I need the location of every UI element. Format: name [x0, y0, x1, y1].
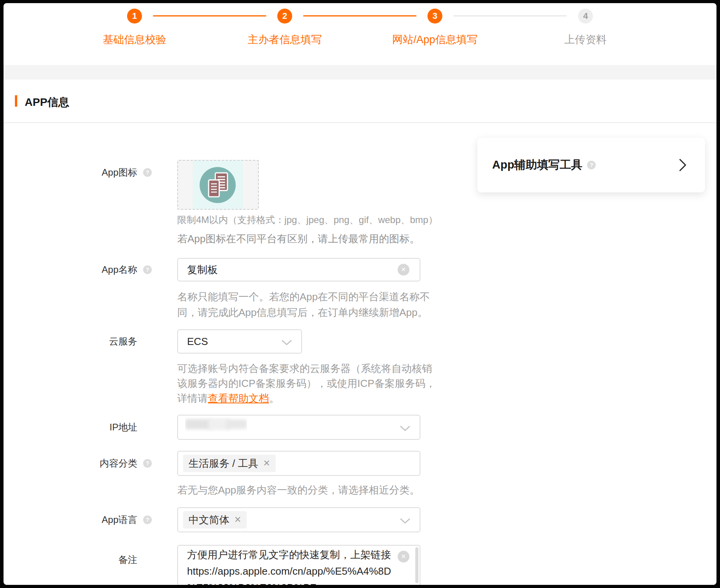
field-label-cloud-service: 云服务	[20, 336, 137, 347]
app-icon-upload[interactable]	[177, 160, 259, 210]
app-icon-preview	[193, 161, 243, 209]
step-2-label[interactable]: 主办者信息填写	[222, 33, 347, 47]
content-category-input[interactable]: 生活服务 / 工具 ✕	[177, 451, 420, 476]
step-1-label[interactable]: 基础信息校验	[72, 33, 197, 47]
upload-note-caption: 若App图标在不同平台有区别，请上传最常用的图标。	[177, 233, 420, 245]
app-name-input[interactable]: 复制板	[177, 258, 420, 281]
cloud-hint-line3: 详情请查看帮助文档。	[177, 392, 279, 404]
cloud-hint-suffix: 。	[269, 392, 279, 404]
cloud-service-select[interactable]: ECS	[177, 329, 302, 354]
field-label-app-name: App名称	[20, 264, 137, 276]
category-hint: 若无与您App服务内容一致的分类，请选择相近分类。	[177, 484, 420, 496]
step-1-circle[interactable]: 1	[127, 9, 142, 24]
app-window: 1 2 3 4 基础信息校验 主办者信息填写 网站/App信息填写 上传资料 A…	[4, 3, 716, 585]
ip-address-masked-value	[185, 417, 247, 432]
section-separator-band	[4, 65, 716, 80]
remove-tag-icon[interactable]: ✕	[234, 511, 241, 528]
app-icon-image	[200, 167, 236, 203]
remove-tag-icon[interactable]: ✕	[263, 455, 270, 472]
ip-address-select[interactable]	[177, 415, 420, 440]
step-connector-3-4	[453, 15, 567, 16]
help-icon[interactable]	[143, 459, 152, 468]
help-icon[interactable]	[587, 161, 596, 169]
step-connector-1-2	[153, 15, 266, 16]
textarea-scrollbar[interactable]	[415, 547, 418, 583]
helper-card-title: App辅助填写工具	[492, 157, 582, 173]
help-icon[interactable]	[143, 515, 152, 524]
app-name-hint-line2: 同，请完成此App信息填写后，在订单内继续新增App。	[177, 307, 428, 318]
step-3-label[interactable]: 网站/App信息填写	[372, 33, 498, 47]
app-language-select[interactable]: 中文简体 ✕	[177, 507, 420, 532]
app-helper-tool-card[interactable]: App辅助填写工具	[477, 138, 705, 192]
help-doc-link[interactable]: 查看帮助文档	[208, 392, 269, 404]
clear-icon[interactable]	[398, 551, 409, 563]
step-2-circle[interactable]: 2	[277, 9, 292, 24]
app-name-hint-line1: 名称只能填写一个。若您的App在不同的平台渠道名称不	[177, 291, 430, 303]
step-3-circle[interactable]: 3	[427, 9, 442, 24]
remark-line2: https://apps.apple.com/cn/app/%E5%A4%8D	[187, 563, 391, 579]
section-title: APP信息	[25, 95, 69, 110]
field-label-remark: 备注	[20, 554, 137, 566]
section-title-accent-bar	[15, 95, 17, 107]
chevron-right-icon	[678, 158, 687, 172]
category-tag: 生活服务 / 工具 ✕	[183, 455, 276, 472]
step-4-label: 上传资料	[523, 33, 648, 47]
cloud-hint-prefix: 详情请	[177, 392, 208, 404]
documents-icon	[200, 167, 236, 203]
chevron-down-icon	[400, 426, 410, 431]
cloud-hint-line2: 该服务器内的ICP备案服务码），或使用ICP备案服务码，	[177, 377, 436, 389]
remark-line3: %E5%88%B6%E6%9D%BF	[187, 579, 316, 585]
step-4-circle[interactable]: 4	[578, 9, 593, 24]
field-label-app-language: App语言	[20, 514, 137, 526]
category-tag-label: 生活服务 / 工具	[189, 455, 258, 472]
upload-limit-caption: 限制4M以内（支持格式：jpg、jpeg、png、gif、webp、bmp）	[177, 214, 438, 226]
chevron-down-icon	[400, 518, 410, 524]
help-icon[interactable]	[143, 168, 152, 177]
remark-line1: 方便用户进行常见文字的快速复制，上架链接	[187, 546, 391, 563]
header-divider	[4, 122, 716, 123]
chevron-down-icon	[282, 340, 292, 345]
app-name-value: 复制板	[187, 264, 218, 276]
field-label-content-category: 内容分类	[20, 457, 137, 469]
remark-textarea[interactable]: 方便用户进行常见文字的快速复制，上架链接 https://apps.apple.…	[177, 545, 420, 585]
step-connector-2-3	[303, 15, 416, 16]
cloud-service-value: ECS	[187, 336, 208, 347]
cloud-hint-line1: 可选择账号内符合备案要求的云服务器（系统将自动核销	[177, 363, 432, 374]
screenshot-frame: 1 2 3 4 基础信息校验 主办者信息填写 网站/App信息填写 上传资料 A…	[0, 0, 720, 588]
field-label-ip-address: IP地址	[20, 421, 137, 433]
language-tag-label: 中文简体	[189, 511, 229, 528]
help-icon[interactable]	[143, 265, 152, 274]
language-tag: 中文简体 ✕	[183, 511, 247, 528]
clear-icon[interactable]	[398, 264, 409, 276]
field-label-app-icon: App图标	[20, 167, 137, 178]
